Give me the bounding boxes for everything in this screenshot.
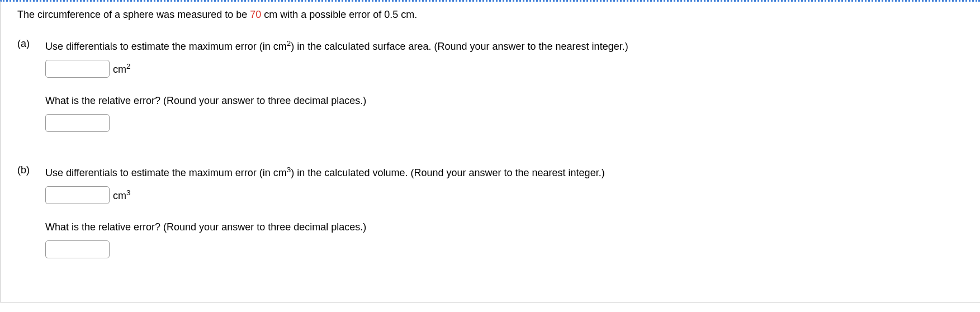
part-a-unit1: cm2 — [113, 62, 131, 75]
question-container: The circumference of a sphere was measur… — [0, 0, 980, 302]
part-b: (b) Use differentials to estimate the ma… — [17, 164, 963, 274]
intro-value: 70 — [250, 9, 261, 20]
part-b-input2[interactable] — [45, 240, 110, 258]
part-a-question1: Use differentials to estimate the maximu… — [45, 38, 963, 54]
part-b-unit1: cm3 — [113, 188, 131, 202]
part-b-answer1-row: cm3 — [45, 186, 963, 204]
part-b-unit1-sup: 3 — [126, 188, 131, 197]
part-a-input2[interactable] — [45, 114, 110, 132]
part-a-q1-post: ) in the calculated surface area. (Round… — [291, 41, 628, 52]
part-b-question1: Use differentials to estimate the maximu… — [45, 164, 963, 181]
part-a-label: (a) — [17, 38, 45, 148]
part-a-unit1-base: cm — [113, 64, 126, 75]
part-b-unit1-base: cm — [113, 190, 126, 201]
part-b-q1-pre: Use differentials to estimate the maximu… — [45, 167, 287, 178]
part-b-content: Use differentials to estimate the maximu… — [45, 164, 963, 274]
part-b-answer2-row — [45, 240, 963, 258]
intro-post: cm with a possible error of 0.5 cm. — [261, 9, 417, 20]
part-b-label: (b) — [17, 164, 45, 274]
part-a-q1-pre: Use differentials to estimate the maximu… — [45, 41, 287, 52]
part-b-question2: What is the relative error? (Round your … — [45, 220, 963, 235]
part-a-content: Use differentials to estimate the maximu… — [45, 38, 963, 148]
part-b-q1-post: ) in the calculated volume. (Round your … — [291, 167, 604, 178]
part-a-input1[interactable] — [45, 60, 110, 78]
part-a-question2: What is the relative error? (Round your … — [45, 93, 963, 108]
part-a: (a) Use differentials to estimate the ma… — [17, 38, 963, 148]
part-a-answer1-row: cm2 — [45, 60, 963, 78]
intro-text: The circumference of a sphere was measur… — [17, 7, 963, 22]
part-b-input1[interactable] — [45, 186, 110, 204]
part-a-unit1-sup: 2 — [126, 62, 131, 70]
part-a-answer2-row — [45, 114, 963, 132]
intro-pre: The circumference of a sphere was measur… — [17, 9, 250, 20]
